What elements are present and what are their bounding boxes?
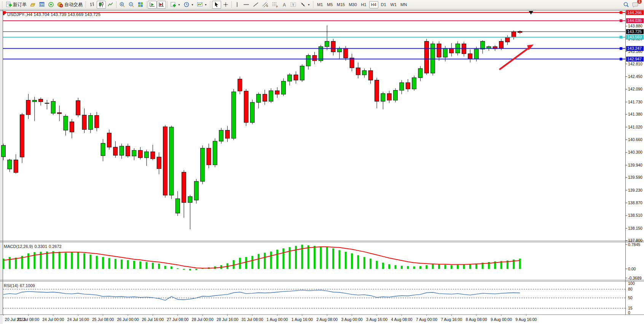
candlestick-button[interactable] (97, 1, 106, 9)
macd-bar (177, 268, 179, 269)
tile-windows-button[interactable] (136, 1, 145, 9)
text-button[interactable]: A (280, 1, 289, 9)
cursor-button[interactable] (212, 1, 221, 9)
arrows-shapes-button[interactable]: ▼ (298, 1, 312, 9)
candle (269, 91, 273, 102)
line-handle[interactable] (620, 36, 622, 38)
line-handle[interactable] (620, 11, 622, 14)
line-handle[interactable] (620, 47, 622, 50)
candle (51, 101, 55, 113)
templates-button[interactable]: ▼ (195, 1, 209, 9)
macd-bar (451, 265, 453, 269)
toolbar-grip[interactable] (2, 2, 3, 8)
vertical-line-button[interactable] (233, 1, 241, 9)
time-axis-label[interactable]: 31 Jul 08:00 (241, 317, 263, 322)
templates-icon (197, 2, 203, 8)
timeframe-m15[interactable]: M15 (335, 1, 346, 8)
time-axis-label[interactable]: 27 Jul 08:00 (167, 317, 188, 322)
trendline-button[interactable] (251, 1, 260, 9)
zoom-in-button[interactable] (118, 1, 127, 9)
timeframe-w1[interactable]: W1 (389, 1, 399, 8)
time-axis-label[interactable]: 3 Aug 00:00 (341, 317, 363, 322)
search-button[interactable] (622, 1, 631, 9)
timeframe-m5[interactable]: M5 (325, 1, 335, 8)
timeframe-m30[interactable]: M30 (347, 1, 358, 8)
line-handle[interactable] (620, 19, 622, 22)
macd-bar (258, 254, 260, 269)
price-tick-label: 139.940 (628, 163, 642, 167)
rsi-value: 67.1009 (20, 283, 35, 288)
candle (169, 127, 174, 195)
time-axis-label[interactable]: 21 Jul 08:00 (18, 317, 39, 322)
price-tick-label: 142.090 (628, 87, 642, 91)
candle (157, 157, 161, 169)
periods-clock-button[interactable]: ▼ (182, 1, 195, 9)
profiles-button[interactable] (28, 1, 37, 9)
horizontal-line-button[interactable] (241, 1, 251, 9)
time-axis-label[interactable]: 9 Aug 00:00 (491, 317, 512, 322)
indicators-button[interactable]: ▼ (169, 1, 182, 9)
candle (275, 91, 279, 94)
macd-bar (276, 249, 278, 269)
timeframe-mn[interactable]: MN (399, 1, 408, 8)
zoom-out-button[interactable] (127, 1, 136, 9)
time-axis-label[interactable]: 26 Jul 00:00 (117, 317, 139, 322)
time-axis-label[interactable]: 4 Aug 08:00 (391, 317, 412, 322)
signals-button[interactable] (46, 1, 56, 9)
bar-chart-icon (89, 2, 95, 8)
crosshair-button[interactable] (221, 1, 230, 9)
price-tick-label: 138.150 (628, 226, 642, 230)
chart-shift-button[interactable] (157, 1, 166, 9)
line-chart-button[interactable] (106, 1, 115, 9)
time-axis-label[interactable]: 7 Aug 00:00 (416, 317, 437, 322)
time-axis-label[interactable]: 28 Jul 00:00 (192, 317, 214, 322)
time-axis-label[interactable]: 25 Jul 08:00 (92, 317, 114, 322)
candle (300, 66, 304, 80)
time-axis-label[interactable]: 9 Aug 16:00 (515, 317, 537, 322)
toolbar-grip[interactable] (312, 2, 314, 8)
time-axis-label[interactable]: 24 Jul 16:00 (67, 317, 89, 322)
macd-bar (158, 264, 160, 269)
time-axis-label[interactable]: 1 Aug 00:00 (266, 317, 288, 322)
toolbar-grip[interactable] (209, 2, 211, 8)
macd-axis-label: 0.00 (628, 267, 636, 271)
collapse-arrow-icon[interactable]: ▼ (2, 13, 5, 16)
autotrading-icon (57, 2, 63, 8)
timeframe-m1[interactable]: M1 (316, 1, 325, 8)
price-tick-label: 142.450 (628, 74, 642, 79)
trendline-icon (253, 2, 259, 8)
macd-axis-label: 0.7845 (628, 242, 640, 247)
equidistant-channel-button[interactable]: E (260, 1, 270, 9)
chart-window[interactable]: 144.240143.880143.520143.160142.810142.4… (0, 10, 644, 324)
time-axis-label[interactable]: 7 Aug 16:00 (441, 317, 462, 322)
chart-canvas[interactable]: 144.240143.880143.520143.160142.810142.4… (0, 10, 644, 324)
autoscroll-button[interactable] (148, 1, 157, 9)
new-order-button[interactable]: 新订单 (4, 1, 28, 9)
notification-badge[interactable]: 1 (637, 0, 642, 4)
fibonacci-button[interactable]: F (270, 1, 280, 9)
timeframe-h4[interactable]: H4 (369, 1, 378, 8)
time-axis-label[interactable]: 8 Aug 08:00 (466, 317, 487, 322)
new-order-label: 新订单 (13, 2, 27, 8)
candle (468, 54, 472, 59)
bar-chart-button[interactable] (88, 1, 97, 9)
autotrading-button[interactable]: 自动交易 (56, 1, 84, 9)
line-handle[interactable] (620, 58, 622, 60)
toolbar-grip[interactable] (85, 2, 87, 8)
arrows-shapes-icon (300, 2, 306, 8)
macd-bar (102, 257, 104, 269)
text-label-button[interactable]: T (289, 1, 298, 9)
macd-bar (326, 247, 328, 269)
time-axis-label[interactable]: 28 Jul 16:00 (217, 317, 238, 322)
vertical-line-icon (234, 2, 240, 8)
trade-group: 新订单 自动交易 (4, 0, 84, 10)
market-watch-button[interactable] (37, 1, 46, 9)
time-axis-label[interactable]: 24 Jul 00:00 (42, 317, 64, 322)
time-axis-label[interactable]: 26 Jul 16:00 (142, 317, 164, 322)
timeframe-d1[interactable]: D1 (379, 1, 388, 8)
time-axis-label[interactable]: 1 Aug 16:00 (292, 317, 313, 322)
time-axis-label[interactable]: 3 Aug 16:00 (366, 317, 387, 322)
timeframe-h1[interactable]: H1 (359, 1, 368, 8)
macd-bar (264, 253, 266, 269)
time-axis-label[interactable]: 2 Aug 08:00 (316, 317, 338, 322)
